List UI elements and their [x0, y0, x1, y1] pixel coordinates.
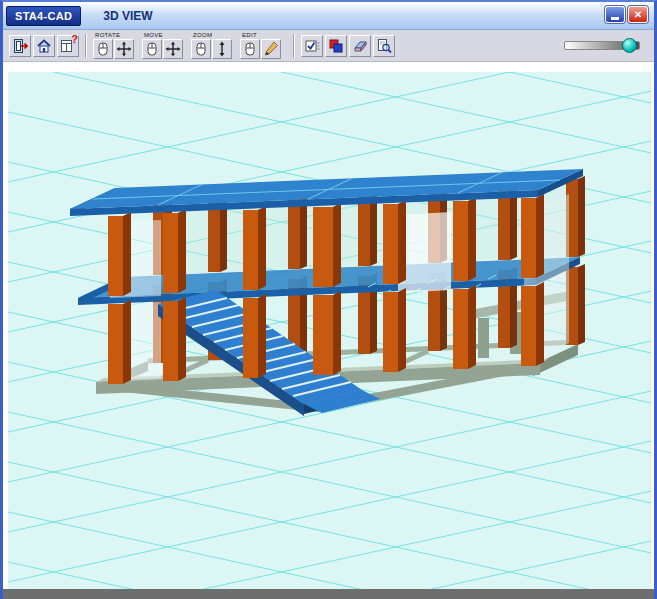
vertical-arrows-icon — [214, 41, 230, 57]
window-controls: ✕ — [605, 6, 648, 23]
toolbar: ? ROTATE — [3, 30, 654, 62]
exit-button[interactable] — [9, 35, 31, 57]
mouse-icon — [242, 41, 258, 57]
pencil-icon — [263, 41, 279, 57]
edit-group: EDIT — [240, 32, 281, 59]
mouse-icon — [144, 41, 160, 57]
erase-button[interactable] — [349, 35, 371, 57]
app-logo-badge: STA4-CAD — [6, 6, 81, 26]
pan-arrows-icon — [165, 41, 181, 57]
mouse-icon — [193, 41, 209, 57]
3d-viewport[interactable] — [8, 72, 651, 589]
rotate-group-label: ROTATE — [95, 32, 120, 39]
minimize-icon — [611, 17, 619, 20]
minimize-button[interactable] — [605, 6, 625, 23]
palette-icon — [328, 38, 344, 54]
home-button[interactable] — [33, 35, 55, 57]
exit-door-icon — [12, 38, 28, 54]
shade-slider — [564, 38, 640, 53]
toolbar-separator — [293, 34, 295, 58]
window-bottom-edge — [3, 589, 654, 599]
move-group: MOVE — [142, 32, 183, 59]
edit-mouse-button[interactable] — [240, 39, 260, 59]
building-model — [70, 169, 585, 416]
color-settings-button[interactable] — [325, 35, 347, 57]
rotate-mouse-button[interactable] — [93, 39, 113, 59]
close-icon: ✕ — [634, 10, 642, 20]
display-options-button[interactable] — [301, 35, 323, 57]
rotate-arrows-button[interactable] — [114, 39, 134, 59]
toolbar-gap — [3, 62, 654, 72]
titlebar: STA4-CAD 3D VIEW ✕ — [3, 2, 654, 30]
checkbox-icon — [304, 38, 320, 54]
zoom-arrows-button[interactable] — [212, 39, 232, 59]
edit-group-label: EDIT — [242, 32, 257, 39]
eraser-icon — [352, 38, 368, 54]
zoom-mouse-button[interactable] — [191, 39, 211, 59]
rotate-group: ROTATE — [93, 32, 134, 59]
zoom-group: ZOOM — [191, 32, 232, 59]
close-button[interactable]: ✕ — [628, 6, 648, 23]
window-title: 3D VIEW — [103, 9, 152, 23]
toolbar-separator — [85, 34, 87, 58]
move-arrows-button[interactable] — [163, 39, 183, 59]
app-window: STA4-CAD 3D VIEW ✕ — [0, 0, 657, 599]
help-button[interactable]: ? — [57, 35, 79, 57]
zoom-group-label: ZOOM — [193, 32, 212, 39]
question-mark-glyph: ? — [71, 33, 78, 45]
print-preview-button[interactable] — [373, 35, 395, 57]
move-mouse-button[interactable] — [142, 39, 162, 59]
move-group-label: MOVE — [144, 32, 163, 39]
viewport-canvas[interactable] — [8, 72, 651, 589]
mouse-icon — [95, 41, 111, 57]
home-icon — [36, 38, 52, 54]
pan-arrows-icon — [116, 41, 132, 57]
shade-slider-knob[interactable] — [622, 38, 637, 53]
zoom-page-icon — [376, 38, 392, 54]
edit-pencil-button[interactable] — [261, 39, 281, 59]
